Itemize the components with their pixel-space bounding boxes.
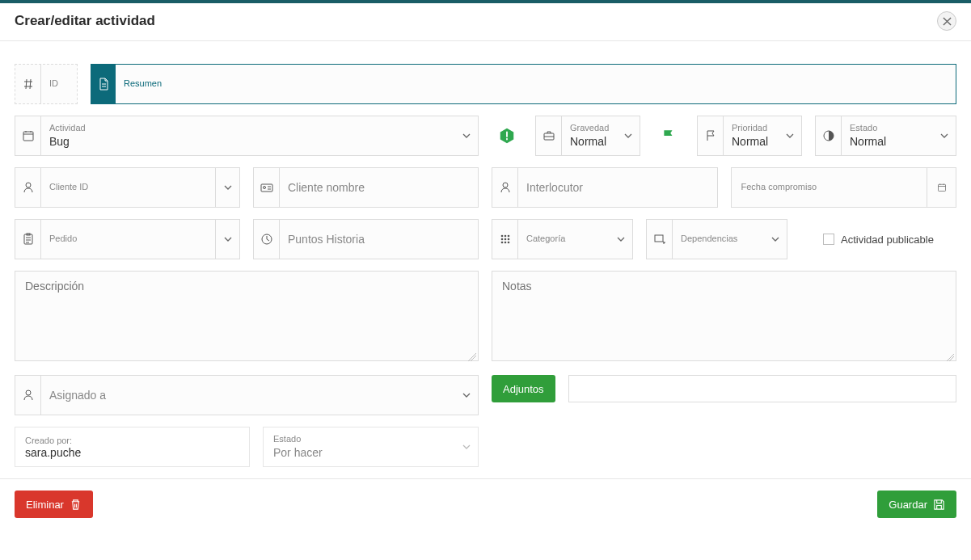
calendar-icon[interactable] [927,168,956,207]
chevron-down-icon [454,376,478,415]
svg-point-3 [26,183,31,187]
dialog-header: Crear/editar actividad [0,3,971,41]
hash-icon [15,65,41,103]
activity-select[interactable]: Actividad Bug [15,116,479,156]
chevron-down-icon [777,116,801,155]
interlocutor-input[interactable]: Interlocutor [492,167,718,208]
svg-point-14 [500,238,503,241]
created-by-display: Creado por: sara.puche [15,427,250,467]
assigned-to-select[interactable]: Asignado a [15,375,479,415]
svg-point-21 [26,390,31,395]
grid-icon [492,220,518,259]
svg-point-11 [500,235,503,238]
checkbox-icon [823,234,834,245]
clock-icon [254,220,280,259]
attachments-button[interactable]: Adjuntos [492,375,555,402]
svg-point-5 [263,187,265,189]
priority-select[interactable]: Prioridad Normal [697,116,802,156]
save-button[interactable]: Guardar [877,491,956,518]
delete-button[interactable]: Eliminar [15,491,93,518]
order-select[interactable]: Pedido [15,219,240,259]
chevron-down-icon [454,427,478,466]
client-id-select[interactable]: Cliente ID [15,167,240,208]
commit-date-field[interactable]: Fecha compromiso [731,167,957,208]
save-icon [933,499,945,511]
person-icon [492,168,518,207]
alert-badge-icon [492,120,522,151]
svg-rect-0 [23,132,33,141]
svg-point-17 [500,242,503,244]
chevron-down-icon [615,116,640,155]
svg-point-12 [504,235,506,238]
chevron-down-icon [215,220,239,259]
publishable-checkbox[interactable]: Actividad publicable [800,219,956,259]
calendar-icon [15,116,41,155]
severity-select[interactable]: Gravedad Normal [535,116,640,156]
close-icon [943,17,952,26]
summary-field[interactable]: Resumen [91,64,956,104]
state-select[interactable]: Estado Por hacer [263,427,479,467]
svg-point-6 [503,183,508,187]
chevron-down-icon [454,116,478,155]
svg-point-15 [504,238,506,241]
chevron-down-icon [215,168,239,207]
dialog-footer: Eliminar Guardar [0,478,971,529]
svg-point-18 [504,242,506,244]
attachments-input[interactable] [568,375,956,402]
id-field[interactable]: ID [15,64,78,104]
svg-point-13 [507,235,509,238]
svg-point-16 [507,238,509,241]
svg-point-19 [507,242,509,244]
link-icon [647,220,673,259]
chevron-down-icon [762,220,787,259]
chevron-down-icon [608,220,632,259]
notes-textarea[interactable] [492,271,956,361]
trash-icon [70,499,82,511]
svg-rect-20 [655,235,663,242]
close-button[interactable] [937,11,956,31]
svg-rect-7 [938,184,945,191]
flag-status-icon [653,120,684,151]
category-select[interactable]: Categoría [492,219,633,259]
dialog-title: Crear/editar actividad [15,13,937,29]
status-select[interactable]: Estado Normal [815,116,956,156]
dependencies-select[interactable]: Dependencias [646,219,787,259]
contrast-icon [816,116,842,155]
person-icon [15,376,41,415]
id-card-icon [254,168,280,207]
client-name-input[interactable]: Cliente nombre [253,167,479,208]
flag-icon [698,116,724,155]
description-textarea[interactable] [15,271,479,361]
clipboard-icon [15,220,41,259]
document-icon [91,65,116,103]
briefcase-icon [536,116,562,155]
story-points-input[interactable]: Puntos Historia [253,219,479,259]
chevron-down-icon [931,116,956,155]
person-icon [15,168,41,207]
